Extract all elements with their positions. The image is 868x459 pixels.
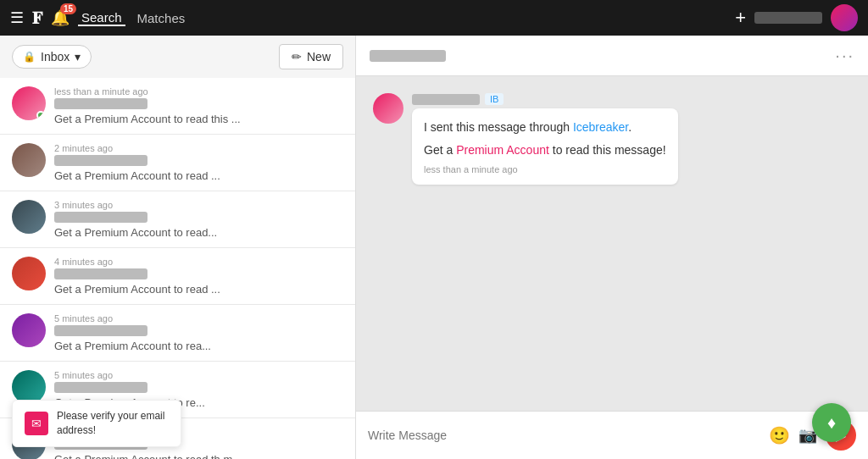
message-preview: Get a Premium Account to read th m... — [54, 453, 343, 459]
message-preview: Get a Premium Account to rea... — [54, 340, 343, 352]
fab-button[interactable]: ♦ — [812, 403, 851, 442]
message-content: 4 minutes ago Get a Premium Account to r… — [54, 257, 343, 296]
search-nav-link[interactable]: Search — [78, 10, 125, 26]
premium-account-link[interactable]: Premium Account — [456, 143, 549, 157]
avatar — [12, 200, 46, 234]
top-navigation: ☰ 𝐅 🔔 15 Search Matches + — [0, 0, 868, 36]
list-item[interactable]: 2 minutes ago Get a Premium Account to r… — [0, 135, 355, 191]
hamburger-icon[interactable]: ☰ — [10, 8, 24, 27]
bubble-timestamp: less than a minute ago — [424, 164, 666, 174]
message-time: 2 minutes ago — [54, 143, 343, 153]
message-input[interactable] — [368, 429, 760, 442]
message-time: less than a minute ago — [54, 86, 343, 97]
avatar — [12, 257, 46, 290]
sender-name — [54, 155, 147, 166]
message-bubble-wrapper: IB I sent this message through Icebreake… — [373, 93, 851, 185]
list-item[interactable]: less than a minute ago Get a Premium Acc… — [0, 78, 355, 135]
new-message-button[interactable]: ✏ New — [279, 44, 343, 69]
message-preview: Get a Premium Account to read this ... — [54, 113, 343, 125]
message-preview: Get a Premium Account to read... — [54, 226, 343, 239]
toast-mail-icon: ✉ — [25, 412, 48, 435]
bubble-avatar — [373, 93, 403, 124]
left-panel: 🔒 Inbox ▾ ✏ New less than a minute ago G… — [0, 36, 356, 459]
message-content: less than a minute ago Get a Premium Acc… — [54, 86, 343, 125]
sender-name-blurred — [412, 94, 480, 105]
message-content: 2 minutes ago Get a Premium Account to r… — [54, 143, 343, 182]
new-button-label: New — [307, 50, 331, 64]
notification-badge: 15 — [60, 3, 76, 14]
list-item[interactable]: 4 minutes ago Get a Premium Account to r… — [0, 248, 355, 305]
nav-left: ☰ 𝐅 🔔 15 Search Matches — [10, 8, 725, 28]
bubble-sender-name: IB — [412, 93, 678, 105]
chevron-down-icon: ▾ — [75, 50, 81, 64]
inbox-label: Inbox — [41, 50, 70, 64]
email-verify-toast: ✉ Please verify your email address! — [12, 400, 181, 447]
chat-header: ··· — [356, 36, 868, 76]
message-time: 5 minutes ago — [54, 313, 343, 324]
bubble-text-line2: Get a Premium Account to read this messa… — [424, 141, 666, 159]
chat-user-name — [370, 50, 446, 62]
icebreaker-badge: IB — [485, 93, 504, 105]
matches-nav-link[interactable]: Matches — [134, 11, 189, 25]
message-preview: Get a Premium Account to read ... — [54, 169, 343, 182]
message-bubble: I sent this message through Icebreaker. … — [412, 108, 678, 185]
bubble-text-line1: I sent this message through Icebreaker. — [424, 119, 666, 136]
username-display — [754, 12, 822, 24]
pencil-icon: ✏ — [292, 50, 302, 64]
avatar — [12, 86, 46, 120]
toast-message: Please verify your email address! — [57, 409, 169, 438]
message-time: 3 minutes ago — [54, 200, 343, 210]
online-indicator — [36, 111, 45, 119]
more-options-icon[interactable]: ··· — [835, 46, 854, 65]
avatar — [12, 313, 46, 347]
right-panel: ··· IB I sent this message through Icebr… — [356, 36, 868, 459]
bubble-content: IB I sent this message through Icebreake… — [412, 93, 678, 185]
sender-name — [54, 268, 147, 279]
emoji-button[interactable]: 🙂 — [769, 425, 790, 445]
message-time: 4 minutes ago — [54, 257, 343, 267]
sender-name — [54, 212, 147, 223]
nav-right: + — [735, 4, 858, 31]
message-preview: Get a Premium Account to read ... — [54, 283, 343, 296]
message-time: 5 minutes ago — [54, 370, 343, 380]
inbox-dropdown-button[interactable]: 🔒 Inbox ▾ — [12, 45, 92, 69]
message-content: 5 minutes ago Get a Premium Account to r… — [54, 313, 343, 352]
message-content: 3 minutes ago Get a Premium Account to r… — [54, 200, 343, 239]
list-item[interactable]: 5 minutes ago Get a Premium Account to r… — [0, 305, 355, 362]
avatar — [12, 370, 46, 404]
plus-button[interactable]: + — [735, 7, 746, 29]
inbox-filter-icon: 🔒 — [23, 51, 36, 63]
logo-icon[interactable]: 𝐅 — [32, 8, 42, 28]
message-input-area: 🙂 📷 ▶ — [356, 411, 868, 459]
icebreaker-link[interactable]: Icebreaker — [573, 120, 628, 134]
left-header: 🔒 Inbox ▾ ✏ New — [0, 36, 355, 78]
sender-name — [54, 325, 147, 336]
user-avatar[interactable] — [831, 4, 858, 31]
main-content: 🔒 Inbox ▾ ✏ New less than a minute ago G… — [0, 36, 868, 459]
diamond-icon: ♦ — [827, 413, 836, 433]
list-item[interactable]: 3 minutes ago Get a Premium Account to r… — [0, 191, 355, 248]
notification-bell[interactable]: 🔔 15 — [51, 8, 70, 27]
sender-name — [54, 98, 147, 109]
sender-name — [54, 382, 147, 393]
avatar — [12, 143, 46, 177]
chat-message-area: IB I sent this message through Icebreake… — [356, 76, 868, 411]
